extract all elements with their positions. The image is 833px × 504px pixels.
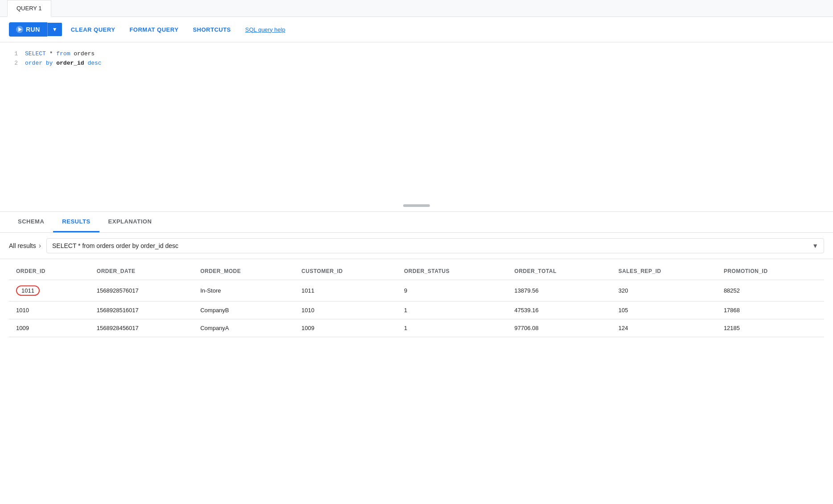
cell-customer_id: 1011	[294, 280, 397, 302]
query-dropdown-text: SELECT * from orders order by order_id d…	[52, 242, 178, 249]
editor-area[interactable]: 1 SELECT * from orders 2 order by order_…	[0, 42, 833, 212]
keyword-select: SELECT	[25, 50, 46, 57]
col-order-mode: ORDER_MODE	[193, 263, 294, 280]
cell-order_mode: In-Store	[193, 280, 294, 302]
toolbar: RUN ▼ CLEAR QUERY FORMAT QUERY SHORTCUTS…	[0, 17, 833, 42]
scroll-indicator	[403, 204, 430, 207]
tab-schema[interactable]: SCHEMA	[9, 212, 53, 232]
tab-results[interactable]: RESULTS	[53, 212, 99, 232]
keyword-from: from	[56, 50, 70, 57]
shortcuts-button[interactable]: SHORTCUTS	[187, 23, 236, 37]
col-order-total: ORDER_TOTAL	[507, 263, 611, 280]
col-order-date: ORDER_DATE	[90, 263, 193, 280]
cell-order_id: 1011	[9, 280, 90, 302]
cell-order_status: 1	[397, 302, 507, 319]
code-text: orders	[74, 50, 95, 57]
col-order-status: ORDER_STATUS	[397, 263, 507, 280]
results-table: ORDER_ID ORDER_DATE ORDER_MODE CUSTOMER_…	[9, 263, 824, 337]
editor-content: 1 SELECT * from orders 2 order by order_…	[9, 50, 824, 68]
cell-order_date: 1568928456017	[90, 319, 193, 337]
circled-value: 1011	[16, 285, 40, 296]
run-button-group: RUN ▼	[9, 22, 62, 37]
cell-sales_rep_id: 105	[611, 302, 717, 319]
chevron-right-icon: ›	[39, 242, 41, 250]
line-number-2: 2	[9, 59, 18, 68]
keyword-desc: desc	[87, 60, 101, 66]
tab-bar: QUERY 1	[0, 0, 833, 17]
query-selector-bar: All results › SELECT * from orders order…	[0, 233, 833, 259]
all-results-label: All results ›	[9, 242, 41, 250]
query-tab-1[interactable]: QUERY 1	[7, 0, 51, 17]
run-button-label: RUN	[26, 26, 40, 33]
cell-order_id: 1010	[9, 302, 90, 319]
line-content-1: SELECT * from orders	[25, 50, 95, 59]
cell-order_date: 1568928576017	[90, 280, 193, 302]
run-button[interactable]: RUN	[9, 22, 47, 37]
cell-customer_id: 1009	[294, 319, 397, 337]
sql-help-link[interactable]: SQL query help	[240, 23, 291, 37]
cell-promotion_id: 17868	[717, 302, 824, 319]
format-query-button[interactable]: FORMAT QUERY	[124, 23, 184, 37]
cell-promotion_id: 88252	[717, 280, 824, 302]
table-row: 10091568928456017CompanyA1009197706.0812…	[9, 319, 824, 337]
cell-order_total: 13879.56	[507, 280, 611, 302]
line-number-1: 1	[9, 50, 18, 59]
code-text: *	[49, 50, 57, 57]
cell-customer_id: 1010	[294, 302, 397, 319]
play-icon	[16, 26, 23, 33]
cell-order_total: 47539.16	[507, 302, 611, 319]
cell-promotion_id: 12185	[717, 319, 824, 337]
cell-order_status: 9	[397, 280, 507, 302]
col-promotion-id: PROMOTION_ID	[717, 263, 824, 280]
col-order-id: ORDER_ID	[9, 263, 90, 280]
table-header-row: ORDER_ID ORDER_DATE ORDER_MODE CUSTOMER_…	[9, 263, 824, 280]
cell-sales_rep_id: 320	[611, 280, 717, 302]
editor-line-1: 1 SELECT * from orders	[9, 50, 824, 59]
all-results-text: All results	[9, 242, 36, 249]
dropdown-arrow-icon: ▼	[812, 242, 818, 249]
col-sales-rep-id: SALES_REP_ID	[611, 263, 717, 280]
tab-explanation[interactable]: EXPLANATION	[99, 212, 161, 232]
code-order-id: order_id	[56, 60, 84, 66]
cell-order_mode: CompanyA	[193, 319, 294, 337]
cell-order_date: 1568928516017	[90, 302, 193, 319]
result-tabs: SCHEMA RESULTS EXPLANATION	[0, 212, 833, 233]
cell-sales_rep_id: 124	[611, 319, 717, 337]
cell-order_status: 1	[397, 319, 507, 337]
col-customer-id: CUSTOMER_ID	[294, 263, 397, 280]
results-table-wrapper: ORDER_ID ORDER_DATE ORDER_MODE CUSTOMER_…	[0, 259, 833, 337]
cell-order_id: 1009	[9, 319, 90, 337]
line-content-2: order by order_id desc	[25, 59, 102, 68]
editor-line-2: 2 order by order_id desc	[9, 59, 824, 68]
keyword-orderby: order by	[25, 60, 53, 66]
cell-order_total: 97706.08	[507, 319, 611, 337]
cell-order_mode: CompanyB	[193, 302, 294, 319]
table-row: 10101568928516017CompanyB1010147539.1610…	[9, 302, 824, 319]
clear-query-button[interactable]: CLEAR QUERY	[66, 23, 121, 37]
table-row: 10111568928576017In-Store1011913879.5632…	[9, 280, 824, 302]
results-section: SCHEMA RESULTS EXPLANATION All results ›…	[0, 212, 833, 337]
run-dropdown-button[interactable]: ▼	[47, 23, 62, 36]
query-dropdown[interactable]: SELECT * from orders order by order_id d…	[46, 238, 824, 253]
